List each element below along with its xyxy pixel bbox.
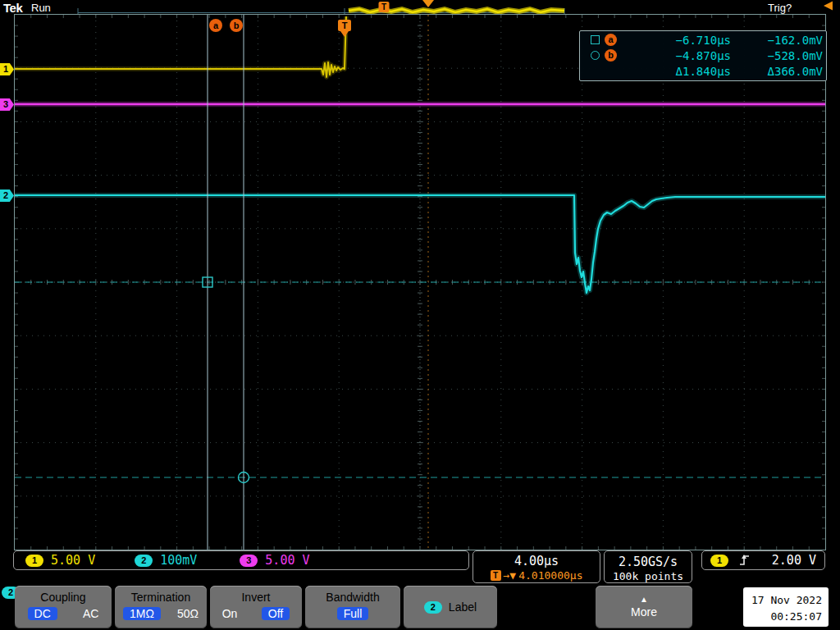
vertical-scale-readout: 1 5.00 V 2 100mV 3 5.00 V [13, 550, 469, 570]
label-button-text: Label [449, 600, 477, 614]
top-status-bar: T Tek Run Trig? [0, 0, 840, 15]
channel-3-scale: 5.00 V [265, 553, 309, 568]
trigger-t-icon: T [491, 570, 501, 581]
ch2-waveform-glow [15, 195, 825, 293]
sample-rate: 2.50GS/s [605, 555, 692, 569]
more-button[interactable]: ▲ More [596, 586, 692, 628]
graticule-frame: abT [14, 14, 826, 550]
cursor-b-top-badge-label: b [234, 21, 240, 30]
trigger-source-badge: 1 [710, 555, 728, 567]
coupling-ac-option[interactable]: AC [83, 607, 98, 620]
softkey-menu-bar: 2 Coupling DC AC Termination 1MΩ 50Ω Inv… [0, 584, 840, 630]
invert-button[interactable]: Invert On Off [210, 586, 302, 628]
invert-on-option[interactable]: On [222, 607, 238, 620]
cursor-a-voltage: −162.0mV [768, 34, 823, 47]
horizontal-readout: 4.00µs T →▼ 4.010000µs [472, 550, 600, 583]
termination-button[interactable]: Termination 1MΩ 50Ω [115, 586, 207, 628]
label-button[interactable]: 2 Label [404, 586, 497, 628]
ch1-waveform-glow [15, 16, 346, 77]
record-view-trigger-flag-label: T [381, 2, 386, 11]
termination-label: Termination [115, 591, 207, 604]
cursor-a-square-icon [591, 35, 600, 44]
invert-label: Invert [210, 591, 302, 604]
trigger-status: Trig? [768, 2, 792, 14]
ch2-waveform [15, 195, 825, 293]
more-button-text: More [631, 605, 657, 619]
coupling-dc-option[interactable]: DC [28, 607, 57, 620]
cursor-a-badge: a [605, 34, 617, 46]
channel-3-badge: 3 [240, 555, 258, 567]
bandwidth-button[interactable]: Bandwidth Full [305, 586, 400, 628]
termination-1mohm-option[interactable]: 1MΩ [123, 607, 161, 620]
channel-1-position-marker[interactable]: 1 [0, 63, 14, 75]
bandwidth-full-option[interactable]: Full [337, 607, 369, 620]
cursor-b-badge: b [605, 49, 617, 62]
record-length: 100k points [605, 570, 692, 582]
channel-3-position-marker[interactable]: 3 [0, 98, 14, 111]
graticule-display: abT [15, 15, 825, 550]
rising-edge-icon [739, 554, 751, 567]
datetime-display: 17 Nov 2022 00:25:07 [743, 587, 829, 627]
acquisition-readout: 2.50GS/s 100k points [604, 550, 692, 583]
cursor-b-voltage: −528.0mV [768, 49, 823, 62]
cursor-b-time: −4.870µs [676, 49, 731, 62]
label-channel-badge: 2 [424, 601, 442, 614]
delay-arrows-icon: →▼ [504, 569, 517, 582]
coupling-label: Coupling [15, 591, 112, 604]
record-view-strip: T [0, 0, 840, 15]
channel-1-badge: 1 [25, 555, 43, 567]
expansion-point-indicator[interactable] [422, 0, 434, 7]
cursor-delta-time: Δ1.840µs [676, 65, 731, 78]
cursor-readout-box: a −6.710µs −162.0mV b −4.870µs −528.0mV … [579, 30, 827, 81]
cursor-a-time: −6.710µs [676, 34, 731, 47]
channel-2-badge: 2 [135, 555, 153, 567]
trigger-delay-readout: T →▼ 4.010000µs [473, 569, 600, 582]
timebase-value: 4.00µs [473, 554, 600, 568]
time-value: 00:25:07 [750, 609, 822, 625]
coupling-button[interactable]: Coupling DC AC [15, 586, 112, 628]
invert-off-option[interactable]: Off [262, 607, 290, 620]
trigger-readout: 1 2.00 V [701, 550, 825, 570]
tek-logo: Tek [3, 1, 22, 15]
trigger-level-indicator-arrow[interactable] [824, 2, 833, 11]
more-up-arrow-icon: ▲ [640, 596, 648, 604]
date-value: 17 Nov 2022 [750, 592, 822, 609]
oscilloscope-screen: T Tek Run Trig? abT 1 3 2 a −6.710µs −16… [0, 0, 840, 630]
cursor-b-circle-icon [591, 51, 600, 60]
cursor-delta-voltage: Δ366.0mV [768, 65, 823, 78]
trigger-level-value: 2.00 V [772, 553, 816, 568]
bandwidth-label: Bandwidth [305, 591, 400, 604]
channel-2-scale: 100mV [160, 553, 197, 568]
trigger-flag-label: T [342, 21, 348, 30]
acquisition-status: Run [31, 2, 51, 14]
trigger-delay-value: 4.010000µs [518, 569, 582, 582]
cursor-a-top-badge-label: a [213, 21, 219, 30]
termination-50ohm-option[interactable]: 50Ω [177, 607, 199, 620]
channel-2-position-marker[interactable]: 2 [0, 189, 14, 202]
channel-1-scale: 5.00 V [51, 553, 95, 568]
